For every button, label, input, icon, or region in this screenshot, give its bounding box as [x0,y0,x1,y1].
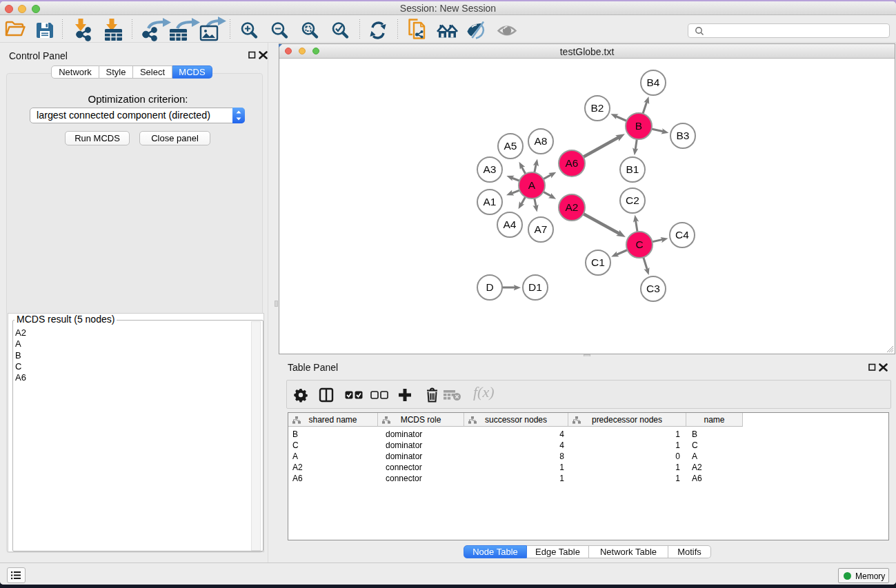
svg-text:C3: C3 [646,283,660,294]
svg-text:B2: B2 [591,102,604,114]
svg-text:A8: A8 [535,135,548,147]
svg-text:A: A [528,179,536,191]
svg-text:C2: C2 [626,194,639,206]
svg-text:A1: A1 [484,196,497,207]
svg-text:B: B [635,120,642,132]
svg-text:C4: C4 [675,229,689,241]
svg-text:B3: B3 [677,130,690,141]
svg-text:C1: C1 [591,256,605,268]
svg-text:D: D [486,281,493,293]
svg-text:A3: A3 [484,163,497,175]
svg-text:A4: A4 [504,219,517,230]
svg-text:A6: A6 [566,157,579,169]
svg-text:D1: D1 [528,281,542,293]
svg-text:A7: A7 [535,223,548,235]
svg-text:C: C [635,239,643,250]
svg-text:A2: A2 [566,201,579,213]
svg-text:B4: B4 [647,77,660,88]
svg-text:B1: B1 [626,163,639,175]
svg-text:A5: A5 [504,140,517,152]
